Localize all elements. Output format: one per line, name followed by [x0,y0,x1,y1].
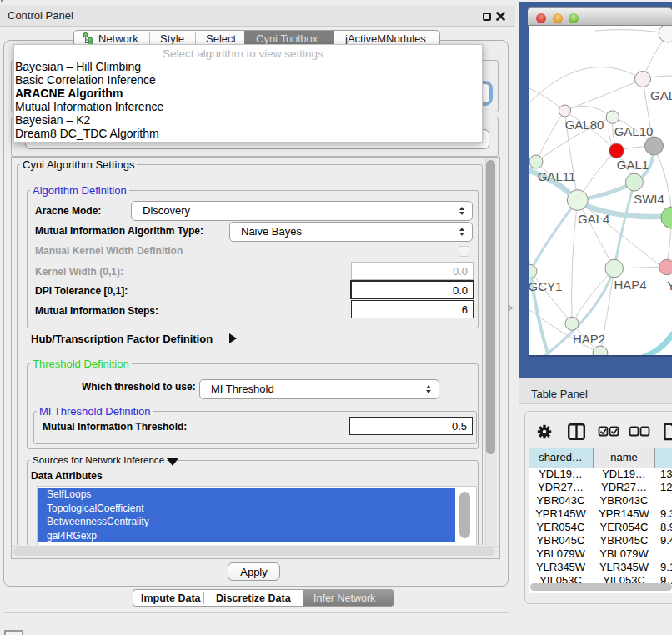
svg-text:GAL4: GAL4 [578,212,609,226]
svg-text:GAL10: GAL10 [614,124,654,138]
svg-text:GAL80: GAL80 [565,118,604,132]
svg-text:SWI4: SWI4 [634,192,664,206]
svg-text:GAL1: GAL1 [617,158,649,172]
svg-text:GCY1: GCY1 [529,279,562,293]
svg-text:GAL7: GAL7 [650,88,672,102]
svg-text:HAP4: HAP4 [614,278,646,292]
svg-text:YB: YB [667,278,672,292]
svg-text:HAP2: HAP2 [573,332,605,346]
svg-text:GAL11: GAL11 [538,169,576,183]
